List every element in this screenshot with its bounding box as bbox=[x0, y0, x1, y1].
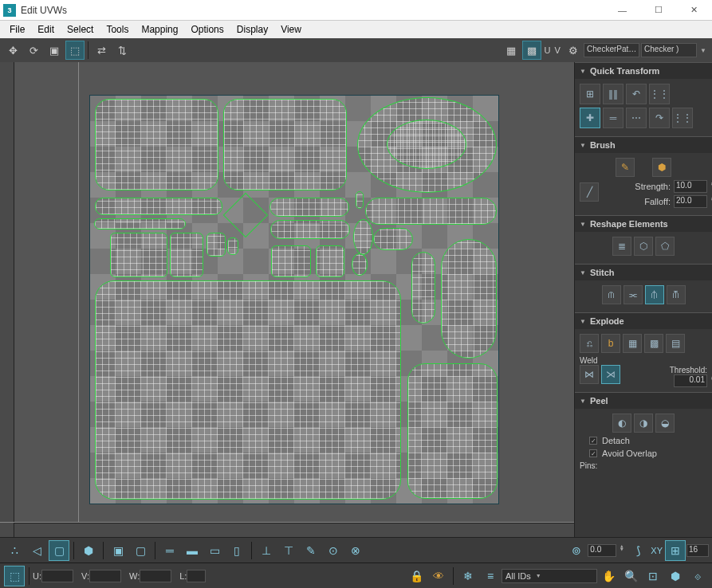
close-button[interactable]: ✕ bbox=[676, 0, 712, 21]
transform-type-icon[interactable]: ⬚ bbox=[4, 566, 25, 586]
uv-viewport[interactable] bbox=[0, 62, 574, 537]
rotate-icon[interactable]: ⟳ bbox=[24, 41, 43, 60]
break-icon[interactable]: ⎌ bbox=[580, 334, 599, 353]
threshold-spinner[interactable]: 0.01 bbox=[674, 374, 707, 387]
loop2-icon[interactable]: ▬ bbox=[182, 540, 203, 561]
peel1-icon[interactable]: ◐ bbox=[612, 414, 631, 433]
maximize-button[interactable]: ☐ bbox=[640, 0, 676, 21]
straighten-icon[interactable]: ≣ bbox=[612, 237, 631, 256]
rollout-brush[interactable]: Brush bbox=[575, 136, 712, 153]
paint2-icon[interactable]: ⊤ bbox=[278, 540, 299, 561]
freeform-icon[interactable]: ⬚ bbox=[65, 41, 85, 60]
mirror-v-icon[interactable]: ⇅ bbox=[112, 41, 132, 60]
align-vert-icon[interactable]: ‖‖ bbox=[603, 84, 623, 104]
map-combo-2[interactable]: Checker ) bbox=[641, 43, 697, 57]
stitch1-icon[interactable]: ⫙ bbox=[602, 285, 621, 304]
minimize-button[interactable]: — bbox=[604, 0, 640, 21]
face-mode-icon[interactable]: ▢ bbox=[49, 540, 69, 561]
brush-paint-icon[interactable]: ✎ bbox=[616, 158, 635, 177]
menu-options[interactable]: Options bbox=[184, 22, 230, 37]
curve-icon[interactable]: ⟆ bbox=[627, 540, 648, 561]
detach-checkbox[interactable]: ✓ bbox=[589, 437, 597, 445]
ring-icon[interactable]: ▯ bbox=[226, 540, 247, 561]
uv-toggle[interactable]: U V bbox=[543, 41, 562, 60]
lock-icon[interactable]: 🔒 bbox=[406, 566, 427, 586]
falloff-spinner[interactable]: 20.0 bbox=[674, 195, 707, 208]
edge-mode-icon[interactable]: ◁ bbox=[26, 540, 47, 561]
rotate-cw-icon[interactable]: ↷ bbox=[649, 108, 670, 128]
w-input[interactable] bbox=[140, 570, 171, 582]
loop1-icon[interactable]: ═ bbox=[159, 540, 180, 561]
ids-combo[interactable]: All IDs bbox=[502, 569, 597, 583]
pack2-icon[interactable]: ⬠ bbox=[655, 237, 675, 256]
flatten3-icon[interactable]: ▤ bbox=[666, 334, 685, 353]
stitch4-icon[interactable]: ⫚ bbox=[667, 285, 686, 304]
scale-icon[interactable]: ▣ bbox=[45, 41, 64, 60]
avoid-checkbox[interactable]: ✓ bbox=[589, 449, 597, 457]
lasso2-icon[interactable]: ⊗ bbox=[345, 540, 366, 561]
weld2-icon[interactable]: ⋊ bbox=[601, 365, 620, 384]
shrink-icon[interactable]: ▢ bbox=[130, 540, 151, 561]
menu-edit[interactable]: Edit bbox=[31, 22, 61, 37]
grow-icon[interactable]: ▣ bbox=[108, 540, 128, 561]
menu-display[interactable]: Display bbox=[230, 22, 274, 37]
mirror-icon[interactable]: ⇄ bbox=[92, 41, 111, 60]
peel3-icon[interactable]: ◒ bbox=[655, 414, 675, 433]
pan-icon[interactable]: ✋ bbox=[598, 566, 619, 586]
zoom-selected-icon[interactable]: ⟐ bbox=[687, 566, 708, 586]
align-horiz-icon[interactable]: ═ bbox=[603, 108, 623, 128]
paint1-icon[interactable]: ⊥ bbox=[256, 540, 277, 561]
angle-spinner[interactable]: 0.0 bbox=[588, 544, 616, 557]
eye-icon[interactable]: 👁 bbox=[428, 566, 449, 586]
v-input[interactable] bbox=[89, 570, 121, 582]
target-icon[interactable]: ⊚ bbox=[566, 540, 587, 561]
lasso-icon[interactable]: ⊙ bbox=[323, 540, 344, 561]
u-input[interactable] bbox=[41, 570, 73, 582]
menu-view[interactable]: View bbox=[274, 22, 308, 37]
map-combo-1[interactable]: CheckerPat… bbox=[584, 43, 639, 57]
stitch2-icon[interactable]: ⫘ bbox=[623, 285, 643, 304]
uv-grid[interactable] bbox=[89, 95, 499, 504]
rollout-peel[interactable]: Peel bbox=[575, 392, 712, 409]
brush-relax-icon[interactable]: ⬢ bbox=[652, 158, 671, 177]
checker-icon[interactable]: ▦ bbox=[502, 41, 521, 60]
filter-icon[interactable]: ≡ bbox=[480, 566, 501, 586]
strength-spinner[interactable]: 10.0 bbox=[674, 180, 707, 193]
brush-shape-icon[interactable]: ╱ bbox=[580, 182, 599, 202]
vertex-mode-icon[interactable]: ∴ bbox=[4, 540, 25, 561]
brush-icon[interactable]: ✎ bbox=[301, 540, 321, 561]
break2-icon[interactable]: b bbox=[601, 334, 620, 353]
plus-icon[interactable]: ✚ bbox=[580, 108, 600, 128]
gridnum-spinner[interactable]: 16 bbox=[686, 544, 709, 557]
stitch3-icon[interactable]: ⫛ bbox=[645, 285, 664, 304]
grid2-icon[interactable]: ⋮⋮ bbox=[672, 108, 693, 128]
menu-select[interactable]: Select bbox=[61, 22, 100, 37]
snow-icon[interactable]: ❄ bbox=[458, 566, 478, 586]
move-icon[interactable]: ✥ bbox=[3, 41, 22, 60]
zoom-icon[interactable]: 🔍 bbox=[620, 566, 641, 586]
rollout-reshape[interactable]: Reshape Elements bbox=[575, 215, 712, 232]
dots-icon[interactable]: ⋯ bbox=[626, 108, 647, 128]
pack-icon[interactable]: ⬡ bbox=[634, 237, 653, 256]
gear-icon[interactable]: ⚙ bbox=[564, 41, 583, 60]
menu-file[interactable]: File bbox=[3, 22, 31, 37]
flatten1-icon[interactable]: ▦ bbox=[623, 334, 642, 353]
loop3-icon[interactable]: ▭ bbox=[204, 540, 225, 561]
menu-tools[interactable]: Tools bbox=[100, 22, 135, 37]
zoom-extents-icon[interactable]: ⬢ bbox=[665, 566, 686, 586]
flatten2-icon[interactable]: ▩ bbox=[644, 334, 663, 353]
rollout-stitch[interactable]: Stitch bbox=[575, 264, 712, 280]
menu-mapping[interactable]: Mapping bbox=[135, 22, 184, 37]
peel2-icon[interactable]: ◑ bbox=[634, 414, 653, 433]
rotate-ccw-icon[interactable]: ↶ bbox=[626, 84, 647, 104]
zoom-region-icon[interactable]: ⊡ bbox=[643, 566, 663, 586]
align-left-icon[interactable]: ⊞ bbox=[580, 84, 600, 104]
rollout-quick-transform[interactable]: Quick Transform bbox=[575, 62, 712, 79]
element-mode-icon[interactable]: ⬢ bbox=[78, 540, 99, 561]
rollout-explode[interactable]: Explode bbox=[575, 312, 712, 329]
grid-icon[interactable]: ⋮⋮ bbox=[649, 84, 670, 104]
l-input[interactable] bbox=[187, 570, 206, 582]
weld1-icon[interactable]: ⋈ bbox=[580, 365, 599, 384]
pixel-snap-icon[interactable]: ⊞ bbox=[665, 540, 686, 561]
showmap-icon[interactable]: ▩ bbox=[522, 41, 541, 60]
